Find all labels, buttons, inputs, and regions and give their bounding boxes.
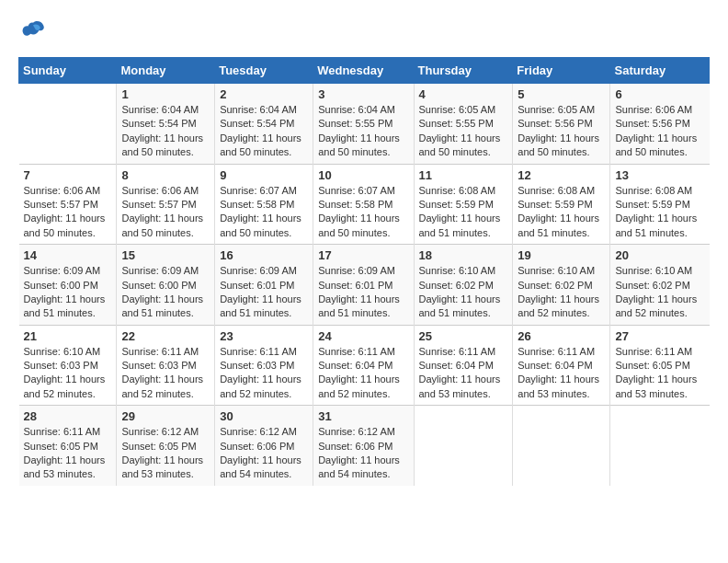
day-number: 25	[419, 329, 508, 343]
day-number: 29	[121, 409, 210, 423]
calendar-cell: 16Sunrise: 6:09 AMSunset: 6:01 PMDayligh…	[215, 245, 313, 326]
day-number: 17	[318, 248, 408, 262]
day-number: 19	[518, 248, 605, 262]
week-row-5: 28Sunrise: 6:11 AMSunset: 6:05 PMDayligh…	[19, 406, 710, 486]
calendar-table: SundayMondayTuesdayWednesdayThursdayFrid…	[18, 57, 710, 486]
day-number: 14	[24, 248, 112, 262]
day-number: 31	[318, 409, 408, 423]
column-header-sunday: Sunday	[19, 58, 117, 84]
week-row-3: 14Sunrise: 6:09 AMSunset: 6:00 PMDayligh…	[19, 245, 710, 326]
calendar-cell	[19, 84, 117, 165]
calendar-cell: 6Sunrise: 6:06 AMSunset: 5:56 PMDaylight…	[610, 84, 710, 165]
calendar-cell: 1Sunrise: 6:04 AMSunset: 5:54 PMDaylight…	[117, 84, 215, 165]
calendar-cell: 10Sunrise: 6:07 AMSunset: 5:58 PMDayligh…	[313, 164, 414, 245]
day-number: 27	[615, 329, 704, 343]
day-info: Sunrise: 6:05 AMSunset: 5:56 PMDaylight:…	[518, 103, 605, 160]
week-row-4: 21Sunrise: 6:10 AMSunset: 6:03 PMDayligh…	[19, 325, 710, 406]
calendar-cell: 3Sunrise: 6:04 AMSunset: 5:55 PMDaylight…	[313, 84, 414, 165]
calendar-cell	[513, 406, 610, 486]
calendar-cell: 9Sunrise: 6:07 AMSunset: 5:58 PMDaylight…	[215, 164, 313, 245]
calendar-cell: 5Sunrise: 6:05 AMSunset: 5:56 PMDaylight…	[513, 84, 610, 165]
day-info: Sunrise: 6:04 AMSunset: 5:55 PMDaylight:…	[318, 103, 408, 160]
day-info: Sunrise: 6:09 AMSunset: 6:00 PMDaylight:…	[24, 264, 112, 321]
day-info: Sunrise: 6:08 AMSunset: 5:59 PMDaylight:…	[419, 184, 508, 241]
day-info: Sunrise: 6:12 AMSunset: 6:05 PMDaylight:…	[121, 425, 210, 482]
calendar-cell: 18Sunrise: 6:10 AMSunset: 6:02 PMDayligh…	[414, 245, 513, 326]
day-info: Sunrise: 6:11 AMSunset: 6:03 PMDaylight:…	[220, 345, 308, 402]
calendar-cell: 27Sunrise: 6:11 AMSunset: 6:05 PMDayligh…	[610, 325, 710, 406]
day-info: Sunrise: 6:04 AMSunset: 5:54 PMDaylight:…	[121, 103, 210, 160]
day-number: 13	[615, 168, 704, 182]
day-number: 2	[220, 87, 308, 101]
day-info: Sunrise: 6:12 AMSunset: 6:06 PMDaylight:…	[220, 425, 308, 482]
calendar-cell: 15Sunrise: 6:09 AMSunset: 6:00 PMDayligh…	[117, 245, 215, 326]
column-header-tuesday: Tuesday	[215, 58, 313, 84]
calendar-cell: 31Sunrise: 6:12 AMSunset: 6:06 PMDayligh…	[313, 406, 414, 486]
day-info: Sunrise: 6:11 AMSunset: 6:03 PMDaylight:…	[121, 345, 210, 402]
day-number: 8	[121, 168, 210, 182]
day-info: Sunrise: 6:10 AMSunset: 6:03 PMDaylight:…	[24, 345, 112, 402]
week-row-1: 1Sunrise: 6:04 AMSunset: 5:54 PMDaylight…	[19, 84, 710, 165]
day-info: Sunrise: 6:04 AMSunset: 5:54 PMDaylight:…	[220, 103, 308, 160]
calendar-cell	[414, 406, 513, 486]
day-number: 20	[615, 248, 704, 262]
logo	[18, 18, 46, 48]
calendar-cell: 12Sunrise: 6:08 AMSunset: 5:59 PMDayligh…	[513, 164, 610, 245]
calendar-cell: 25Sunrise: 6:11 AMSunset: 6:04 PMDayligh…	[414, 325, 513, 406]
calendar-cell: 11Sunrise: 6:08 AMSunset: 5:59 PMDayligh…	[414, 164, 513, 245]
day-number: 30	[220, 409, 308, 423]
calendar-cell: 22Sunrise: 6:11 AMSunset: 6:03 PMDayligh…	[117, 325, 215, 406]
day-info: Sunrise: 6:12 AMSunset: 6:06 PMDaylight:…	[318, 425, 408, 482]
calendar-cell: 14Sunrise: 6:09 AMSunset: 6:00 PMDayligh…	[19, 245, 117, 326]
day-number: 22	[121, 329, 210, 343]
day-info: Sunrise: 6:11 AMSunset: 6:04 PMDaylight:…	[419, 345, 508, 402]
calendar-cell: 24Sunrise: 6:11 AMSunset: 6:04 PMDayligh…	[313, 325, 414, 406]
calendar-cell: 29Sunrise: 6:12 AMSunset: 6:05 PMDayligh…	[117, 406, 215, 486]
day-info: Sunrise: 6:06 AMSunset: 5:57 PMDaylight:…	[121, 184, 210, 241]
day-info: Sunrise: 6:07 AMSunset: 5:58 PMDaylight:…	[220, 184, 308, 241]
day-number: 23	[220, 329, 308, 343]
calendar-cell: 30Sunrise: 6:12 AMSunset: 6:06 PMDayligh…	[215, 406, 313, 486]
day-info: Sunrise: 6:05 AMSunset: 5:55 PMDaylight:…	[419, 103, 508, 160]
day-info: Sunrise: 6:10 AMSunset: 6:02 PMDaylight:…	[615, 264, 704, 321]
day-info: Sunrise: 6:11 AMSunset: 6:04 PMDaylight:…	[318, 345, 408, 402]
calendar-cell: 8Sunrise: 6:06 AMSunset: 5:57 PMDaylight…	[117, 164, 215, 245]
day-number: 3	[318, 87, 408, 101]
day-info: Sunrise: 6:08 AMSunset: 5:59 PMDaylight:…	[518, 184, 605, 241]
column-header-thursday: Thursday	[414, 58, 513, 84]
day-info: Sunrise: 6:11 AMSunset: 6:05 PMDaylight:…	[615, 345, 704, 402]
day-info: Sunrise: 6:06 AMSunset: 5:57 PMDaylight:…	[24, 184, 112, 241]
day-info: Sunrise: 6:09 AMSunset: 6:01 PMDaylight:…	[220, 264, 308, 321]
day-number: 16	[220, 248, 308, 262]
calendar-header-row: SundayMondayTuesdayWednesdayThursdayFrid…	[19, 58, 710, 84]
page-header	[18, 18, 710, 48]
calendar-cell: 23Sunrise: 6:11 AMSunset: 6:03 PMDayligh…	[215, 325, 313, 406]
day-info: Sunrise: 6:08 AMSunset: 5:59 PMDaylight:…	[615, 184, 704, 241]
day-number: 11	[419, 168, 508, 182]
day-number: 12	[518, 168, 605, 182]
column-header-saturday: Saturday	[610, 58, 710, 84]
day-number: 24	[318, 329, 408, 343]
day-number: 28	[24, 409, 112, 423]
day-number: 21	[24, 329, 112, 343]
day-number: 4	[419, 87, 508, 101]
day-number: 6	[615, 87, 704, 101]
day-number: 18	[419, 248, 508, 262]
day-number: 7	[24, 168, 112, 182]
calendar-cell: 28Sunrise: 6:11 AMSunset: 6:05 PMDayligh…	[19, 406, 117, 486]
day-info: Sunrise: 6:09 AMSunset: 6:01 PMDaylight:…	[318, 264, 408, 321]
calendar-cell: 2Sunrise: 6:04 AMSunset: 5:54 PMDaylight…	[215, 84, 313, 165]
week-row-2: 7Sunrise: 6:06 AMSunset: 5:57 PMDaylight…	[19, 164, 710, 245]
day-info: Sunrise: 6:09 AMSunset: 6:00 PMDaylight:…	[121, 264, 210, 321]
column-header-wednesday: Wednesday	[313, 58, 414, 84]
calendar-cell: 20Sunrise: 6:10 AMSunset: 6:02 PMDayligh…	[610, 245, 710, 326]
day-number: 9	[220, 168, 308, 182]
calendar-cell	[610, 406, 710, 486]
day-info: Sunrise: 6:07 AMSunset: 5:58 PMDaylight:…	[318, 184, 408, 241]
calendar-cell: 21Sunrise: 6:10 AMSunset: 6:03 PMDayligh…	[19, 325, 117, 406]
calendar-cell: 26Sunrise: 6:11 AMSunset: 6:04 PMDayligh…	[513, 325, 610, 406]
column-header-monday: Monday	[117, 58, 215, 84]
calendar-cell: 19Sunrise: 6:10 AMSunset: 6:02 PMDayligh…	[513, 245, 610, 326]
day-number: 26	[518, 329, 605, 343]
day-info: Sunrise: 6:10 AMSunset: 6:02 PMDaylight:…	[518, 264, 605, 321]
